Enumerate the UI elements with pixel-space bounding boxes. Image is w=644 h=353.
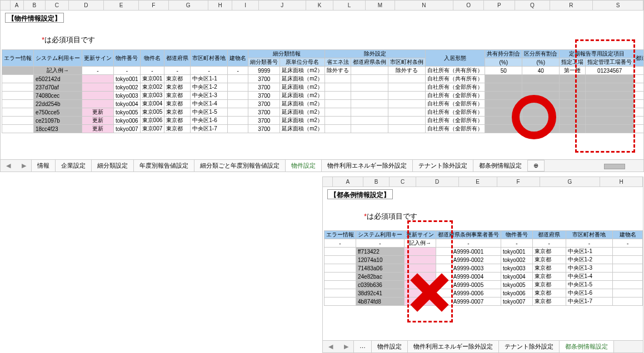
th-bname: 建物名: [228, 50, 248, 67]
table-row[interactable]: 237d70aftokyo002東京002東京都中央区1-23700延床面積（m…: [2, 83, 645, 92]
sheet-tab[interactable]: 物件利用エネルギー除外設定: [407, 340, 499, 353]
bottom-spreadsheet: ABCDEFGH 【都条例情報設定】 *は必須項目です エラー情報 システム利用…: [322, 176, 643, 353]
th-error: エラー情報: [2, 50, 34, 67]
tabs-nav-left-icon[interactable]: ◀: [323, 343, 338, 350]
th-addr: 市区町村番地: [566, 231, 613, 239]
th-pref: 都道府県: [532, 231, 566, 239]
sheet-tab[interactable]: 物件設定: [371, 340, 408, 353]
sheet-tab[interactable]: 情報: [31, 159, 56, 172]
highlight-box-ok: [575, 39, 635, 153]
top-sheet-tabs: ◀ ▶ 情報企業設定細分類設定年度別報告値設定細分類ごと年度別報告値設定物件設定…: [1, 159, 643, 172]
th-share2: 区分所有割合: [522, 50, 560, 58]
th-s1: 細分類番号: [248, 58, 280, 67]
th-s6: (%): [485, 58, 522, 67]
tabs-nav-right-icon[interactable]: ▶: [16, 162, 32, 169]
th-syskey: システム利用キー: [34, 50, 82, 67]
sheet-tab[interactable]: 都条例情報設定: [473, 159, 528, 172]
mark-ok-circle-icon: [512, 95, 556, 139]
sheet-tab[interactable]: 都条例情報設定: [559, 340, 614, 353]
th-propno: 物件番号: [501, 231, 533, 239]
sheet-tab[interactable]: …: [353, 340, 372, 353]
th-share1: 共有持分割合: [485, 50, 522, 58]
sheet-tab[interactable]: 物件設定: [285, 159, 322, 172]
sheet-title: 【物件情報設定】: [5, 13, 64, 23]
sheet-tab[interactable]: テナント除外設定: [498, 340, 560, 353]
table-row[interactable]: 24e82bacA9999-0004tokyo004東京都中央区1-4: [325, 273, 643, 281]
sheet-title: 【都条例情報設定】: [327, 189, 393, 199]
th-error: エラー情報: [325, 231, 356, 239]
th-s5: 市区町村条例: [388, 58, 426, 67]
th-syskey: システム利用キー: [356, 231, 405, 239]
sheet-tab[interactable]: 細分類設定: [91, 159, 134, 172]
top-spreadsheet: ABCDEFGHIJKLMNOPQRS 【物件情報設定】 *は必須項目です エラ…: [0, 0, 644, 172]
th-subinfo: 細分類情報: [248, 50, 325, 58]
table-row[interactable]: c039b636A9999-0005tokyo005東京都中央区1-5: [325, 281, 643, 289]
th-s7: (%): [522, 58, 560, 67]
tabs-nav-right-icon[interactable]: ▶: [338, 343, 354, 350]
table-row[interactable]: 74080cectokyo003東京003東京都中央区1-33700延床面積（m…: [2, 92, 645, 100]
mark-ng-cross-icon: [407, 270, 452, 315]
th-addr: 市区町村番地: [191, 50, 228, 67]
th-occupy: 入居形態: [426, 50, 485, 67]
column-header-row: ABCDEFGHIJKLMNOPQRS: [1, 1, 643, 11]
th-update: 更新サイン: [82, 50, 114, 67]
sheet-tab[interactable]: 物件利用エネルギー除外設定: [321, 159, 413, 172]
table-row[interactable]: 71483a06A9999-0003tokyo003東京都中央区1-3: [325, 264, 643, 273]
th-exclude: 除外設定: [325, 50, 426, 58]
bottom-sheet-tabs: ◀ ▶ …物件設定物件利用エネルギー除外設定テナント除外設定都条例情報設定: [323, 340, 643, 352]
hscroll-thumb[interactable]: [604, 164, 625, 169]
sheet-tab[interactable]: 企業設定: [55, 159, 92, 172]
table-row[interactable]: ff713422A9999-0001tokyo001東京都中央区1-1: [325, 248, 643, 256]
required-note: *は必須項目です: [42, 35, 95, 45]
th-prefcode: 都道府県報告用事業所番号: [634, 50, 644, 67]
tabs-nav-left-icon[interactable]: ◀: [1, 162, 16, 169]
table-row[interactable]: e502142dtokyo001東京001東京都中央区1-13700延床面積（m…: [2, 75, 645, 83]
bottom-data-table: エラー情報 システム利用キー 更新サイン 都道府県条例事業者番号 物件番号 都道…: [324, 230, 643, 306]
th-s3: 省エネ法: [325, 58, 351, 67]
th-propname: 物件名: [140, 50, 164, 67]
th-s2: 原単位分母名: [280, 58, 325, 67]
sheet-tab[interactable]: テナント除外設定: [412, 159, 473, 172]
sheet-tab[interactable]: 細分類ごと年度別報告値設定: [194, 159, 286, 172]
th-s4: 都道府県条例: [351, 58, 388, 67]
table-row[interactable]: 38d92c41A9999-0006tokyo006東京都中央区1-6: [325, 289, 643, 297]
table-row[interactable]: 12074a10A9999-0002tokyo002東京都中央区1-2: [325, 256, 643, 264]
th-propno: 物件番号: [114, 50, 141, 67]
column-header-row: ABCDEFGH: [323, 177, 643, 187]
add-sheet-button[interactable]: ⊕: [527, 160, 545, 172]
th-pref: 都道府県: [164, 50, 191, 67]
th-bname: 建物名: [613, 231, 643, 239]
sheet-tab[interactable]: 年度別報告値設定: [133, 159, 194, 172]
table-row[interactable]: 4b874fd8A9999-0007tokyo007東京都中央区1-7: [325, 297, 643, 306]
